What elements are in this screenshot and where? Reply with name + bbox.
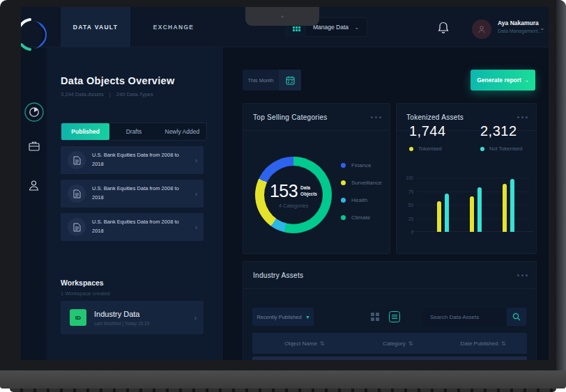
card-title: Tokenized Assets: [406, 113, 464, 121]
legend-dot: [341, 163, 346, 168]
webcam-dot: [280, 15, 284, 19]
legend-label: Surveillance: [351, 180, 382, 186]
list-item-title: U.S. Bank Equities Data from 2008 to 201…: [92, 151, 179, 169]
chevron-right-icon[interactable]: ›: [195, 224, 197, 231]
generate-report-button[interactable]: Generate report →: [471, 70, 535, 91]
tab-published[interactable]: Published: [61, 123, 109, 140]
notifications-bell-icon[interactable]: [438, 22, 449, 34]
legend-dot: [409, 147, 413, 151]
stat-value: 2,312: [480, 123, 522, 139]
chevron-down-icon: ▾: [307, 314, 309, 320]
list-item-title: U.S. Bank Equities Data from 2008 to 201…: [92, 218, 179, 236]
calendar-icon[interactable]: [279, 70, 301, 91]
card-title: Industry Assets: [253, 272, 303, 279]
legend-dot: [341, 215, 346, 220]
legend-item-surveillance: Surveillance: [341, 174, 382, 191]
column-header-object-name[interactable]: Object Name⇅: [252, 340, 357, 347]
icon-sidebar: [21, 47, 47, 360]
legend-label: Health: [351, 197, 367, 203]
bar-tokenised: [470, 196, 474, 232]
sidebar-item-analytics[interactable]: [21, 102, 47, 123]
arrow-right-icon: →: [523, 77, 529, 84]
tab-exchange[interactable]: EXCHANGE: [130, 7, 217, 47]
bar-chart: 0255075100AprilMayJune: [418, 178, 529, 232]
user-menu[interactable]: Aya Nakamura Data Management...: [498, 19, 540, 33]
document-icon: [68, 218, 86, 236]
donut-center: 153 Data Objects 4 Categories: [264, 166, 323, 224]
chevron-right-icon[interactable]: ›: [195, 157, 197, 164]
briefcase-icon: [29, 141, 40, 151]
brand-logo[interactable]: [21, 17, 52, 53]
legend-dot: [341, 180, 346, 185]
list-view-icon[interactable]: [387, 309, 402, 324]
list-item[interactable]: U.S. Bank Equities Data from 2008 to 201…: [61, 213, 204, 241]
sidebar-item-users[interactable]: [21, 180, 47, 191]
search-input[interactable]: [423, 308, 507, 326]
user-role: Data Management...: [498, 29, 540, 33]
sort-label: Recently Published: [257, 314, 301, 320]
more-menu-icon[interactable]: [517, 116, 528, 118]
laptop-base: [0, 370, 566, 389]
stat-value: 1,744: [409, 123, 446, 139]
stat-data-assets: 3,244 Data-Assets: [61, 91, 104, 97]
donut-value-label: Data Objects: [300, 185, 317, 198]
workspace-card[interactable]: ID Industry Data Last Modified | Today 1…: [61, 301, 204, 334]
bar-tokenised: [503, 184, 507, 232]
sort-arrows-icon: ⇅: [501, 340, 506, 347]
workspace-name: Industry Data: [94, 310, 149, 318]
user-avatar[interactable]: [472, 19, 491, 39]
y-axis-tick: 100: [406, 175, 413, 180]
generate-report-label: Generate report: [477, 77, 521, 84]
workspace-badge: ID: [70, 309, 86, 326]
workspaces-subtitle: 1 Workspace created: [61, 290, 110, 297]
chevron-right-icon[interactable]: ›: [194, 314, 197, 322]
period-label: This Month: [243, 70, 279, 91]
stat-not-tokenised: 2,312 Not Tokenised: [480, 123, 522, 152]
list-item[interactable]: U.S. Bank Equities Data from 2008 to 201…: [61, 180, 204, 207]
tab-data-vault[interactable]: DATA VAULT: [61, 7, 130, 47]
donut-chart: 153 Data Objects 4 Categories: [255, 157, 332, 233]
tokenized-assets-card: Tokenized Assets 1,744 Tokenised 2,312 N…: [396, 103, 537, 254]
bar-not-tokenised: [477, 187, 482, 232]
stat-data-types: 240 Data-Types: [116, 91, 153, 97]
legend-dot: [480, 147, 484, 151]
table-row[interactable]: [252, 356, 527, 360]
list-item[interactable]: U.S. Bank Equities Data from 2008 to 201…: [61, 146, 204, 174]
tab-drafts[interactable]: Drafts: [109, 123, 158, 140]
overview-stats: 3,244 Data-Assets | 240 Data-Types: [61, 91, 158, 97]
workspace-meta: Last Modified | Today 15:19: [94, 321, 149, 326]
column-header-date-published[interactable]: Date Published⇅: [439, 340, 527, 347]
more-menu-icon[interactable]: [517, 274, 528, 276]
search-field: [423, 308, 507, 326]
legend-item-climate: Climate: [341, 209, 382, 226]
legend-item-health: Health: [341, 191, 382, 209]
sort-dropdown[interactable]: Recently Published ▾: [252, 308, 314, 326]
legend-dot: [341, 198, 346, 203]
y-axis-tick: 0: [411, 230, 413, 235]
user-chevron-down-icon: ⌄: [540, 24, 545, 31]
divider: [243, 288, 536, 289]
laptop-mockup: DATA VAULT EXCHANGE Manage Data ⌄: [0, 0, 566, 392]
search-button[interactable]: [507, 308, 526, 326]
laptop-edge: [556, 0, 566, 370]
y-axis-tick: 25: [408, 216, 413, 221]
page-title: Data Objects Overview: [61, 75, 174, 86]
chevron-right-icon[interactable]: ›: [195, 190, 197, 198]
more-menu-icon[interactable]: [371, 116, 381, 118]
tab-newly-added[interactable]: Newly Added: [158, 123, 206, 140]
card-title: Top Selling Categories: [253, 113, 328, 121]
list-item-title: U.S. Bank Equities Data from 2008 to 201…: [92, 185, 179, 203]
user-name: Aya Nakamura: [498, 19, 540, 26]
donut-sub-label: 4 Categories: [279, 203, 309, 209]
document-icon: [68, 185, 86, 203]
column-header-category[interactable]: Category⇅: [357, 340, 439, 347]
sidebar-item-portfolio[interactable]: [21, 141, 47, 151]
grid-view-icon[interactable]: [367, 309, 383, 324]
search-icon: [512, 313, 521, 321]
period-selector[interactable]: This Month: [243, 70, 301, 91]
bar-not-tokenised: [445, 194, 449, 232]
bar-tokenised: [437, 201, 441, 232]
donut-value: 153: [270, 181, 298, 201]
document-icon: [68, 151, 86, 169]
workspaces-title: Workspaces: [61, 279, 104, 287]
